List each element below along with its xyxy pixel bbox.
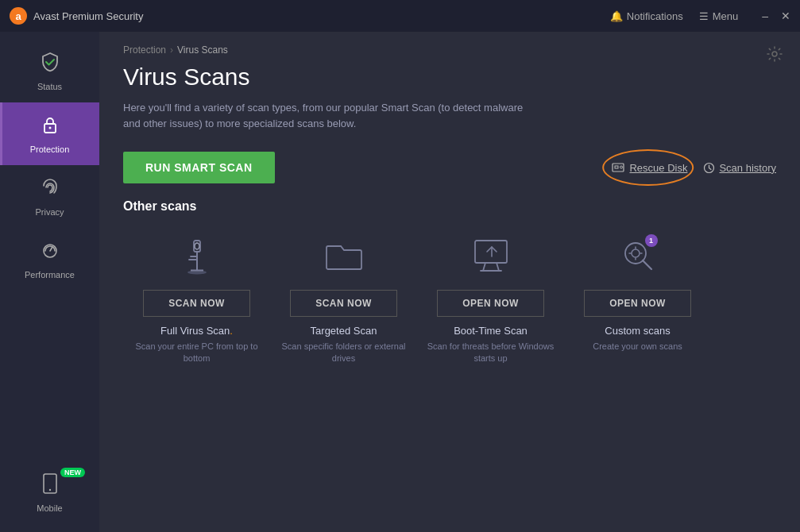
full-virus-scan-name: Full Virus Scan. [160, 325, 233, 337]
page-description: Here you'll find a variety of scan types… [123, 100, 536, 131]
breadcrumb-parent[interactable]: Protection [123, 44, 166, 56]
svg-line-27 [643, 260, 651, 269]
svg-point-3 [48, 127, 51, 129]
app-title: Avast Premium Security [33, 10, 143, 22]
scan-card-custom: 1 OPEN NOW Custom scans Create your own … [564, 226, 711, 376]
mobile-icon [41, 472, 59, 499]
other-scans-label: Other scans [99, 191, 800, 226]
folder-icon [324, 234, 364, 277]
svg-point-11 [620, 166, 623, 168]
custom-scans-button[interactable]: OPEN NOW [584, 290, 691, 317]
settings-search-icon: 1 [618, 234, 658, 277]
custom-scans-desc: Create your own scans [593, 341, 682, 353]
rescue-disk-wrapper: Rescue Disk [612, 161, 687, 174]
custom-scans-badge: 1 [645, 234, 658, 247]
sidebar: Status Protection Privacy [0, 32, 99, 532]
window-controls: – ✕ [762, 10, 790, 21]
boot-time-scan-name: Boot-Time Scan [454, 325, 528, 337]
run-smart-scan-button[interactable]: RUN SMART SCAN [123, 152, 275, 183]
sidebar-privacy-label: Privacy [35, 207, 64, 217]
lock-icon [39, 114, 61, 141]
scan-card-full-virus: SCAN NOW Full Virus Scan. Scan your enti… [123, 226, 270, 376]
avast-logo-icon: a [10, 7, 27, 25]
breadcrumb-separator: › [170, 44, 173, 56]
title-bar: a Avast Premium Security 🔔 Notifications… [0, 0, 800, 32]
main-content: Protection › Virus Scans Virus Scans Her… [99, 32, 800, 532]
shield-check-icon [39, 51, 61, 78]
microscope-icon [180, 234, 214, 277]
svg-line-5 [50, 247, 52, 251]
fingerprint-icon [39, 176, 61, 203]
svg-line-22 [483, 263, 485, 271]
scan-history-button[interactable]: Scan history [703, 162, 776, 174]
svg-line-23 [497, 263, 499, 271]
full-virus-dot: . [230, 325, 233, 337]
notifications-button[interactable]: 🔔 Notifications [610, 10, 683, 22]
app-body: Status Protection Privacy [0, 32, 800, 532]
boot-time-scan-button[interactable]: OPEN NOW [437, 290, 544, 317]
boot-time-scan-desc: Scan for threats before Windows starts u… [425, 341, 556, 365]
targeted-scan-button[interactable]: SCAN NOW [290, 290, 397, 317]
sidebar-item-protection[interactable]: Protection [0, 102, 99, 165]
new-badge: NEW [60, 468, 85, 477]
svg-rect-10 [615, 166, 618, 168]
sidebar-bottom: NEW Mobile [0, 461, 99, 532]
svg-text:a: a [15, 10, 21, 22]
breadcrumb: Protection › Virus Scans [99, 32, 800, 59]
close-button[interactable]: ✕ [781, 10, 790, 21]
title-bar-right: 🔔 Notifications ☰ Menu – ✕ [610, 10, 790, 22]
action-right: Rescue Disk Scan history [612, 161, 776, 174]
bell-icon: 🔔 [610, 10, 623, 22]
minimize-button[interactable]: – [762, 10, 768, 21]
scan-card-targeted: SCAN NOW Targeted Scan Scan specific fol… [270, 226, 417, 376]
full-virus-scan-desc: Scan your entire PC from top to bottom [131, 341, 262, 365]
targeted-scan-desc: Scan specific folders or external drives [278, 341, 409, 365]
breadcrumb-current: Virus Scans [177, 44, 228, 56]
svg-rect-21 [475, 241, 507, 263]
speedometer-icon [39, 239, 61, 266]
menu-button[interactable]: ☰ Menu [699, 10, 739, 22]
sidebar-mobile-label: Mobile [37, 503, 62, 513]
page-header: Virus Scans Here you'll find a variety o… [99, 59, 800, 139]
page-title: Virus Scans [123, 64, 776, 91]
targeted-scan-name: Targeted Scan [311, 325, 377, 337]
scans-grid: SCAN NOW Full Virus Scan. Scan your enti… [99, 226, 800, 376]
sidebar-item-status[interactable]: Status [0, 40, 99, 102]
monitor-icon [471, 234, 511, 277]
sidebar-protection-label: Protection [30, 145, 70, 154]
settings-button[interactable] [760, 40, 789, 68]
sidebar-performance-label: Performance [25, 270, 75, 279]
svg-point-18 [195, 243, 199, 249]
svg-point-28 [632, 249, 640, 257]
sidebar-item-mobile[interactable]: NEW Mobile [0, 461, 99, 524]
rescue-disk-icon [612, 161, 624, 174]
sidebar-item-performance[interactable]: Performance [0, 228, 99, 291]
title-bar-left: a Avast Premium Security [10, 7, 143, 25]
rescue-disk-button[interactable]: Rescue Disk [612, 161, 687, 174]
sidebar-status-label: Status [37, 82, 62, 91]
svg-point-7 [48, 489, 50, 491]
full-virus-scan-button[interactable]: SCAN NOW [143, 290, 250, 317]
menu-icon: ☰ [699, 10, 709, 22]
action-row: RUN SMART SCAN Rescue Disk [99, 139, 800, 191]
custom-scans-name: Custom scans [605, 325, 670, 337]
clock-icon [703, 162, 715, 174]
scan-card-boot-time: OPEN NOW Boot-Time Scan Scan for threats… [417, 226, 564, 376]
sidebar-item-privacy[interactable]: Privacy [0, 165, 99, 228]
svg-point-8 [772, 52, 777, 56]
